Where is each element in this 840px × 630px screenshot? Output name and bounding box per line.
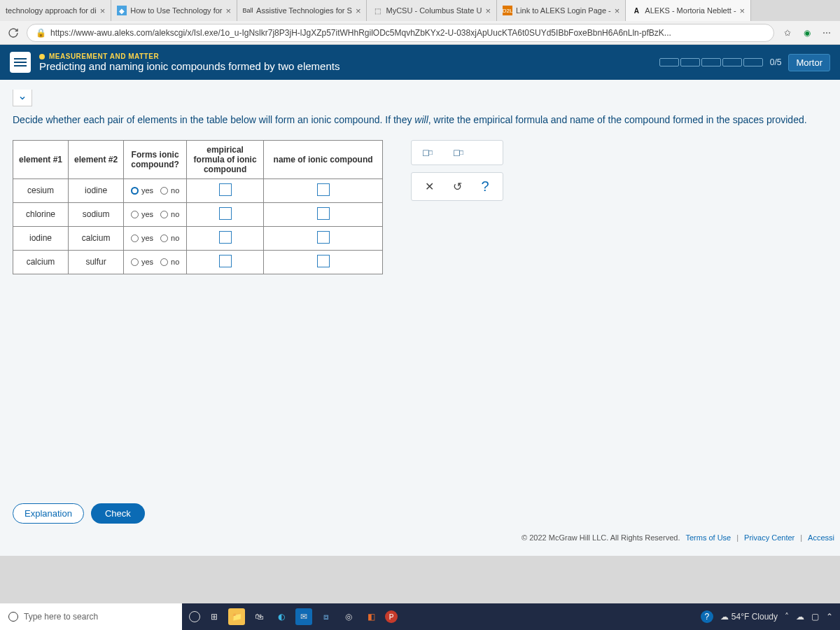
name-input[interactable] <box>317 183 330 196</box>
category-label: MEASUREMENT AND MATTER <box>39 52 340 60</box>
formula-input[interactable] <box>219 255 232 267</box>
tab-4[interactable]: D2LLink to ALEKS Login Page -× <box>497 0 626 21</box>
tab-0[interactable]: technology approach for di× <box>0 0 111 21</box>
tab-3[interactable]: ⬚MyCSU - Columbus State U× <box>367 0 497 21</box>
tool-panel: □□ □□ ✕ ↺ ? <box>411 140 503 201</box>
radio-yes[interactable] <box>131 234 139 242</box>
table-row: iodinecalciumyesno <box>13 226 383 250</box>
dropbox-icon[interactable]: ⧈ <box>318 608 335 625</box>
collapse-button[interactable] <box>13 90 32 106</box>
close-icon[interactable]: × <box>226 6 232 16</box>
app: MEASUREMENT AND MATTER Predicting and na… <box>0 45 840 556</box>
col-formula: empirical formula of ionic compound <box>187 140 264 178</box>
cell-formula <box>187 178 264 202</box>
close-icon[interactable]: × <box>615 6 620 16</box>
cell-e2: calcium <box>69 226 124 250</box>
elements-table: element #1 element #2 Forms ionic compou… <box>13 140 383 274</box>
check-button[interactable]: Check <box>91 503 145 524</box>
subscript-tool[interactable]: □□ <box>449 145 468 160</box>
menu-button[interactable] <box>10 52 31 73</box>
taskbar-search[interactable]: Type here to search <box>0 603 182 630</box>
taskbar: Type here to search ⊞ 📁 🛍 ◐ ✉ ⧈ ◎ ◧ P ? … <box>0 603 840 630</box>
explanation-button[interactable]: Explanation <box>13 503 84 524</box>
cell-formula <box>187 250 264 274</box>
clear-button[interactable]: ✕ <box>421 180 437 193</box>
formula-input[interactable] <box>219 231 232 244</box>
radio-no[interactable] <box>160 258 168 266</box>
weather-widget[interactable]: ☁ 54°F Cloudy <box>720 612 778 622</box>
app-icon3[interactable]: P <box>385 610 398 623</box>
name-input[interactable] <box>317 255 330 267</box>
help-tray-icon[interactable]: ? <box>701 610 713 623</box>
cell-e1: iodine <box>13 226 69 250</box>
favicon-icon: ⬚ <box>372 6 382 15</box>
taskview-icon[interactable]: ⊞ <box>206 608 223 625</box>
help-button[interactable]: ? <box>477 178 493 195</box>
cell-forms: yesno <box>124 202 187 226</box>
cell-name <box>264 202 383 226</box>
close-icon[interactable]: × <box>740 6 746 16</box>
reset-button[interactable]: ↺ <box>449 180 465 193</box>
table-row: cesiumiodineyesno <box>13 178 383 202</box>
tab-5[interactable]: AALEKS - Mortoria Neblett -× <box>626 0 751 21</box>
explorer-icon[interactable]: 📁 <box>228 608 245 625</box>
col-element1: element #1 <box>13 140 69 178</box>
extension-icon[interactable]: ◉ <box>799 25 815 41</box>
app-icon2[interactable]: ◧ <box>363 608 379 625</box>
formula-input[interactable] <box>219 183 232 196</box>
close-icon[interactable]: × <box>485 6 491 16</box>
progress-indicator <box>659 58 763 66</box>
more-icon[interactable]: ⋯ <box>819 25 834 41</box>
access-link[interactable]: Accessi <box>808 533 834 542</box>
name-input[interactable] <box>317 207 330 220</box>
cell-e2: sulfur <box>69 250 124 274</box>
url-input[interactable]: 🔒 https://www-awu.aleks.com/alekscgi/x/I… <box>27 24 774 42</box>
superscript-tool[interactable]: □□ <box>419 145 437 160</box>
system-tray: ? ☁ 54°F Cloudy ˄ ☁ ▢ ⌃ <box>701 610 840 623</box>
dot-icon <box>39 54 45 59</box>
student-button[interactable]: Mortor <box>788 54 830 71</box>
close-icon[interactable]: × <box>356 6 361 16</box>
refresh-icon[interactable] <box>6 25 21 41</box>
radio-no[interactable] <box>160 187 168 195</box>
wifi-icon[interactable]: ⌃ <box>826 612 833 622</box>
browser-tabs: technology approach for di× ◆How to Use … <box>0 0 840 21</box>
privacy-link[interactable]: Privacy Center <box>744 533 794 542</box>
tab-1[interactable]: ◆How to Use Technology for× <box>111 0 237 21</box>
cell-formula <box>187 202 264 226</box>
edge-icon[interactable]: ◐ <box>273 608 290 625</box>
cloud-icon[interactable]: ☁ <box>796 612 804 622</box>
favicon-icon: ◆ <box>117 6 127 15</box>
url-text: https://www-awu.aleks.com/alekscgi/x/Isl… <box>50 28 671 38</box>
app-icon[interactable]: ◎ <box>340 608 357 625</box>
name-input[interactable] <box>317 231 330 244</box>
table-row: chlorinesodiumyesno <box>13 202 383 226</box>
favicon-icon: Ball <box>243 6 253 15</box>
cell-e2: iodine <box>69 178 124 202</box>
chevron-up-icon[interactable]: ˄ <box>785 612 789 622</box>
lock-icon: 🔒 <box>36 28 46 38</box>
terms-link[interactable]: Terms of Use <box>685 533 731 542</box>
address-bar: 🔒 https://www-awu.aleks.com/alekscgi/x/I… <box>0 21 840 45</box>
radio-yes[interactable] <box>131 187 139 195</box>
cell-e1: chlorine <box>13 202 69 226</box>
taskbar-apps: ⊞ 📁 🛍 ◐ ✉ ⧈ ◎ ◧ P <box>182 608 398 625</box>
cell-forms: yesno <box>124 226 187 250</box>
cortana-icon[interactable] <box>189 611 200 622</box>
col-forms: Forms ionic compound? <box>124 140 187 178</box>
cell-name <box>264 178 383 202</box>
store-icon[interactable]: 🛍 <box>251 608 267 625</box>
battery-icon[interactable]: ▢ <box>811 612 819 622</box>
prompt-text: Decide whether each pair of elements in … <box>13 113 827 127</box>
close-icon[interactable]: × <box>100 6 106 16</box>
radio-yes[interactable] <box>131 258 139 266</box>
copyright-bar: © 2022 McGraw Hill LLC. All Rights Reser… <box>522 533 834 542</box>
radio-yes[interactable] <box>131 211 139 218</box>
radio-no[interactable] <box>160 211 168 218</box>
app-header: MEASUREMENT AND MATTER Predicting and na… <box>0 45 840 80</box>
favorite-icon[interactable]: ✩ <box>780 25 795 41</box>
formula-input[interactable] <box>219 207 232 220</box>
radio-no[interactable] <box>160 234 168 242</box>
tab-2[interactable]: BallAssistive Technologies for S× <box>237 0 367 21</box>
mail-icon[interactable]: ✉ <box>295 608 312 625</box>
